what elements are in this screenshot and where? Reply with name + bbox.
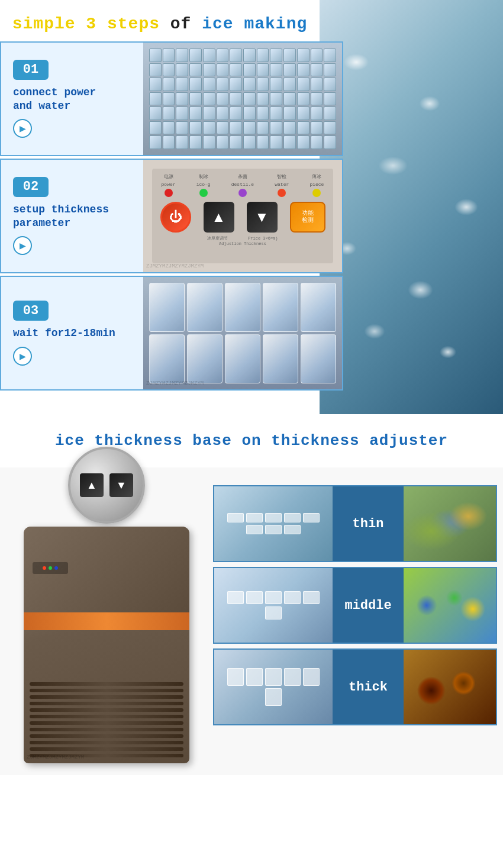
middle-food-image (404, 568, 496, 643)
bottom-section: ▲ ▼ 冰厚度调节 Adjust Ice Thickness BS (0, 467, 503, 775)
thick-block-5 (303, 668, 320, 686)
machine-column: ▲ ▼ 冰厚度调节 Adjust Ice Thickness BS (0, 479, 213, 775)
seafood-illustration (404, 486, 496, 561)
thin-label-cell: thin (333, 486, 404, 561)
step-2-image: 电源 power 制冰 ico-g 杀菌 destil.e (143, 160, 342, 272)
thickness-dial: ▲ ▼ 冰厚度调节 Adjust Ice Thickness (68, 447, 145, 524)
vent-6 (30, 715, 183, 718)
dot-red (165, 189, 173, 197)
thin-ice-shape (214, 507, 333, 540)
step-3-arrow: ▶ (13, 347, 32, 366)
vent-3 (30, 695, 183, 699)
machine-front-panel (24, 527, 189, 621)
step-2-number: 02 (13, 177, 49, 197)
step-3-description: wait for12-18min (13, 327, 134, 340)
thin-ice-image (214, 486, 333, 561)
thickness-row-middle: middle (213, 567, 497, 644)
middle-block-4 (284, 591, 301, 604)
middle-block-6 (265, 606, 282, 619)
thin-ice-bg (214, 486, 333, 561)
screen-dot-3 (54, 566, 58, 570)
dot-green (199, 189, 208, 197)
vent-7 (30, 721, 183, 725)
vent-10 (30, 741, 183, 744)
thin-food-image (404, 486, 496, 561)
dial-up-button[interactable]: ▲ (80, 473, 104, 497)
title-bar: simple 3 steps of ice making (0, 6, 320, 42)
thick-ice-shape (214, 662, 333, 712)
step-3-left: 03 wait for12-18min ▶ (1, 277, 143, 389)
whiskey-illustration (404, 650, 496, 724)
step-1-arrow: ▶ (13, 119, 32, 138)
middle-block-3 (265, 591, 282, 604)
vent-2 (30, 689, 183, 692)
indicator-steril: 杀菌 destil.e (231, 173, 254, 197)
step-1-row: 01 connect powerand water ▶ (0, 41, 343, 156)
indicator-power: 电源 power (162, 173, 176, 197)
machine-screen (33, 562, 68, 574)
panel-indicators: 电源 power 制冰 ico-g 杀菌 destil.e (157, 173, 328, 197)
watermark-machine: ZJMZYMZJMZYMZJMZYM (27, 754, 84, 760)
vent-8 (30, 728, 183, 731)
thin-block-7 (265, 525, 282, 534)
ice-tray-grid (149, 49, 336, 149)
middle-block-5 (303, 591, 320, 604)
dot-orange (278, 189, 286, 197)
drinks-illustration (404, 568, 496, 643)
step-3-number: 03 (13, 301, 49, 321)
machine-orange-strip (24, 612, 189, 630)
dial-down-button[interactable]: ▼ (109, 473, 133, 497)
up-button[interactable]: ▲ (204, 202, 234, 233)
step-1-left: 01 connect powerand water ▶ (1, 43, 143, 155)
step-2-row: 02 setup thicknessparameter ▶ 电源 power 制… (0, 159, 343, 273)
thick-ice-bg (214, 650, 333, 724)
title-of: of (170, 15, 192, 33)
vent-11 (30, 747, 183, 751)
thin-block-2 (246, 513, 263, 522)
thin-block-8 (284, 525, 301, 534)
machine-vents (30, 682, 183, 757)
thick-label-cell: thick (333, 650, 404, 724)
indicator-thin: 薄冰 piece (309, 173, 324, 197)
thick-block-4 (284, 668, 301, 686)
function-button[interactable]: 功能检测 (290, 202, 325, 233)
thin-block-5 (303, 513, 320, 522)
vent-4 (30, 702, 183, 705)
top-section: simple 3 steps of ice making 01 connect … (0, 0, 503, 414)
thick-ice-image (214, 650, 333, 724)
step-1-image (143, 43, 342, 155)
middle-label-cell: middle (333, 568, 404, 643)
middle-ice-bg (214, 568, 333, 643)
down-button[interactable]: ▼ (247, 202, 278, 233)
thick-food-image (404, 650, 496, 724)
thick-block-2 (246, 668, 263, 686)
middle-ice-image (214, 568, 333, 643)
step-3-row: 03 wait for12-18min ▶ ZJMZYMZJMZYMZJMZYM (0, 276, 343, 391)
step-1-description: connect powerand water (13, 86, 134, 114)
power-button[interactable]: ⏻ (160, 202, 191, 233)
step-2-left: 02 setup thicknessparameter ▶ (1, 160, 143, 272)
thickness-options-column: thin mi (213, 479, 503, 775)
step-2-arrow: ▶ (13, 236, 32, 255)
steps-panel: 01 connect powerand water ▶ (0, 41, 343, 393)
dial-circle: ▲ ▼ (68, 447, 145, 524)
thin-block-6 (246, 525, 263, 534)
thin-block-1 (227, 513, 244, 522)
step-2-description: setup thicknessparameter (13, 203, 134, 231)
middle-ice-shape (214, 585, 333, 625)
watermark-step3: ZJMZYMZJMZYMZJMZYM (146, 380, 204, 386)
screen-dot-2 (49, 566, 52, 570)
thin-block-4 (284, 513, 301, 522)
thickness-row-thin: thin (213, 485, 497, 562)
middle-block-2 (246, 591, 263, 604)
thick-block-6 (265, 688, 282, 706)
thick-block-1 (227, 668, 244, 686)
ice-3d-grid (149, 283, 336, 383)
thickness-row-thick: thick (213, 648, 497, 725)
screen-dot-1 (43, 566, 46, 570)
indicator-ice: 制冰 ico-g (196, 173, 211, 197)
thin-block-3 (265, 513, 282, 522)
vent-5 (30, 708, 183, 712)
vent-9 (30, 734, 183, 738)
indicator-check: 智检 water (275, 173, 289, 197)
